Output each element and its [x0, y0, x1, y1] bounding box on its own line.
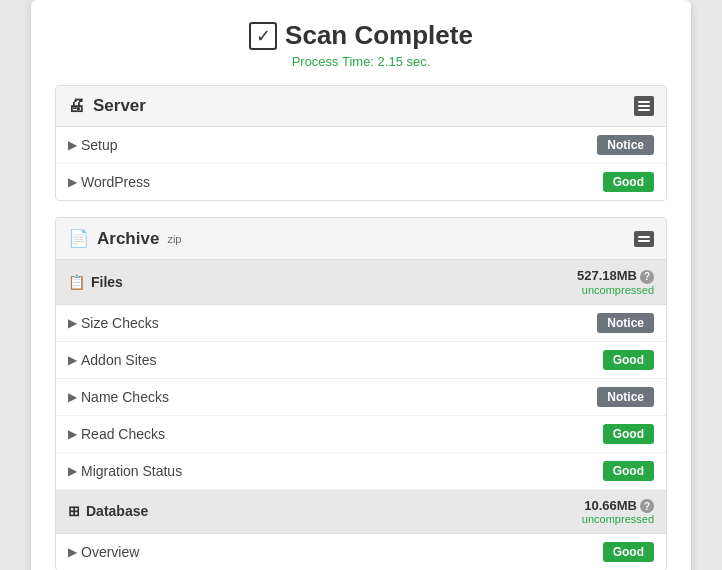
database-uncompressed: uncompressed	[582, 513, 654, 525]
overview-row[interactable]: ▶ Overview Good	[56, 534, 666, 570]
migration-status-badge: Good	[603, 461, 654, 481]
name-checks-badge: Notice	[597, 387, 654, 407]
database-size: 10.66MB	[584, 498, 637, 513]
files-size: 527.18MB	[577, 268, 637, 283]
server-section-title: 🖨 Server	[68, 96, 146, 116]
files-header: 📋 Files 527.18MB ? uncompressed	[56, 260, 666, 305]
read-checks-row[interactable]: ▶ Read Checks Good	[56, 416, 666, 453]
archive-section-header: 📄 Archive zip	[56, 218, 666, 260]
read-checks-badge: Good	[603, 424, 654, 444]
addon-sites-row[interactable]: ▶ Addon Sites Good	[56, 342, 666, 379]
size-checks-badge: Notice	[597, 313, 654, 333]
server-setup-label: ▶ Setup	[68, 137, 118, 153]
server-wordpress-label: ▶ WordPress	[68, 174, 150, 190]
main-container: ✓ Scan Complete Process Time: 2.15 sec. …	[31, 0, 691, 570]
arrow-icon: ▶	[68, 316, 77, 330]
header-title-row: ✓ Scan Complete	[55, 20, 667, 51]
migration-status-row[interactable]: ▶ Migration Status Good	[56, 453, 666, 490]
server-setup-row[interactable]: ▶ Setup Notice	[56, 127, 666, 164]
size-checks-row[interactable]: ▶ Size Checks Notice	[56, 305, 666, 342]
server-setup-badge: Notice	[597, 135, 654, 155]
addon-sites-badge: Good	[603, 350, 654, 370]
process-time: Process Time: 2.15 sec.	[55, 54, 667, 69]
arrow-icon: ▶	[68, 464, 77, 478]
arrow-icon: ▶	[68, 138, 77, 152]
database-title: ⊞ Database	[68, 503, 148, 519]
arrow-icon: ▶	[68, 353, 77, 367]
server-wordpress-row[interactable]: ▶ WordPress Good	[56, 164, 666, 200]
files-uncompressed: uncompressed	[582, 284, 654, 296]
arrow-icon: ▶	[68, 175, 77, 189]
archive-icon: 📄	[68, 228, 89, 249]
database-meta: 10.66MB ? uncompressed	[582, 498, 654, 526]
arrow-icon: ▶	[68, 427, 77, 441]
server-action-icon[interactable]	[634, 96, 654, 116]
files-title: 📋 Files	[68, 274, 123, 290]
overview-badge: Good	[603, 542, 654, 562]
check-icon: ✓	[249, 22, 277, 50]
name-checks-row[interactable]: ▶ Name Checks Notice	[56, 379, 666, 416]
server-wordpress-badge: Good	[603, 172, 654, 192]
archive-section-title: 📄 Archive zip	[68, 228, 181, 249]
server-section-header: 🖨 Server	[56, 86, 666, 127]
archive-section: 📄 Archive zip 📋 Files 527.18MB ? uncompr…	[55, 217, 667, 570]
database-header: ⊞ Database 10.66MB ? uncompressed	[56, 490, 666, 535]
server-icon: 🖨	[68, 96, 85, 116]
database-help-icon[interactable]: ?	[640, 499, 654, 513]
page-title: Scan Complete	[285, 20, 473, 51]
header: ✓ Scan Complete Process Time: 2.15 sec.	[55, 20, 667, 69]
zip-label: zip	[167, 233, 181, 245]
files-meta: 527.18MB ? uncompressed	[577, 268, 654, 296]
database-grid-icon: ⊞	[68, 503, 80, 519]
files-page-icon: 📋	[68, 274, 85, 290]
files-help-icon[interactable]: ?	[640, 270, 654, 284]
arrow-icon: ▶	[68, 390, 77, 404]
server-section: 🖨 Server ▶ Setup Notice ▶ WordPress Good	[55, 85, 667, 201]
archive-action-icon[interactable]	[634, 231, 654, 247]
arrow-icon: ▶	[68, 545, 77, 559]
